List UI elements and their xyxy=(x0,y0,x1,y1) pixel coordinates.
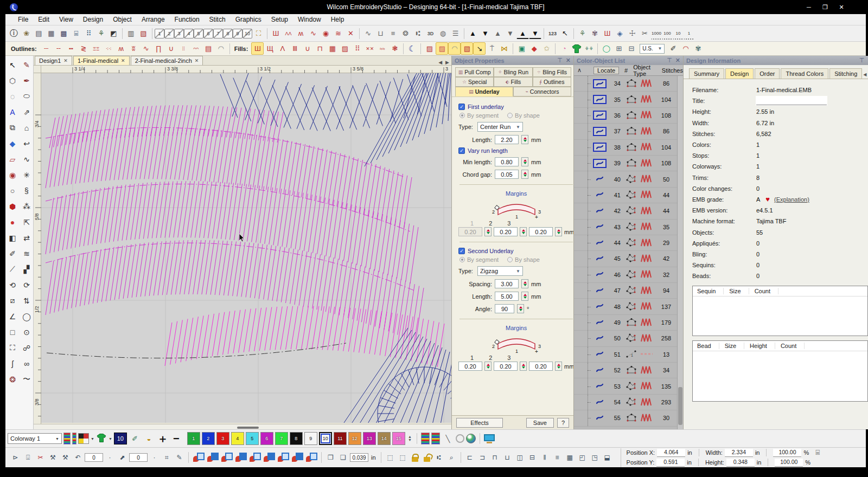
menu-window[interactable]: Window xyxy=(293,15,326,24)
close-panel-icon[interactable]: ✕ xyxy=(566,57,571,64)
chain-tool[interactable]: ∞ xyxy=(20,356,34,371)
tab-close-icon[interactable]: ✕ xyxy=(63,58,68,63)
elephant-design-icon[interactable]: ◔ xyxy=(558,42,570,55)
bring-front-icon[interactable] xyxy=(249,453,261,462)
color-swatch-13[interactable]: 13 xyxy=(363,432,376,445)
contour-fill-icon[interactable]: ∿ xyxy=(307,27,320,40)
needle-point-icon[interactable]: ☩ xyxy=(626,27,639,40)
corner2-icon[interactable]: ◳ xyxy=(589,452,601,463)
margin-3-input[interactable]: 0.20 xyxy=(529,362,553,371)
travel-bottom-icon[interactable]: ▼ xyxy=(529,28,541,39)
fill-ripple-icon[interactable]: ≈≈ xyxy=(376,42,388,55)
object-row-37[interactable]: 3786 xyxy=(574,124,677,139)
hexagon-tool[interactable]: ⬢ xyxy=(5,198,20,214)
contrast-view-icon[interactable]: ◩ xyxy=(107,27,120,40)
polygon-select-tool[interactable]: ⬡ xyxy=(5,73,20,88)
locate-icon[interactable] xyxy=(593,127,607,136)
margin-3-input[interactable]: 0.20 xyxy=(529,227,553,236)
stitch-edit-icon[interactable]: ⌗ xyxy=(161,452,173,463)
satin-patch3-icon[interactable]: ▧ xyxy=(461,42,473,55)
locate-icon[interactable] xyxy=(596,335,604,342)
vary-run-length-checkbox[interactable]: ✓ xyxy=(458,147,465,154)
distribute-icon[interactable]: ⬓ xyxy=(602,452,613,463)
by-shape-radio[interactable] xyxy=(507,257,513,262)
view-3d-icon[interactable]: 3D xyxy=(424,27,437,40)
object-row-43[interactable]: 4335 xyxy=(574,220,677,235)
add-color-button[interactable]: ＋ xyxy=(157,431,169,446)
needle-1[interactable]: 1 xyxy=(155,29,164,38)
flip-tool[interactable]: ⇅ xyxy=(20,293,34,308)
object-row-52[interactable]: 5234 xyxy=(574,363,677,378)
wheel-tool[interactable]: ❂ xyxy=(5,371,20,387)
color-mixer-icon[interactable] xyxy=(78,433,89,444)
star-outline-icon[interactable]: ✩ xyxy=(540,42,553,55)
chain-icon[interactable]: ⑆ xyxy=(433,452,445,463)
op-tab-bling-run[interactable]: ✧Bling Run xyxy=(494,67,532,77)
locate-icon[interactable] xyxy=(596,176,604,183)
object-row-44[interactable]: 4429 xyxy=(574,235,677,251)
di-tab-order[interactable]: Order xyxy=(755,68,780,79)
fill-hole-icon[interactable] xyxy=(221,453,233,462)
fusion-fill-tool[interactable]: ◆ xyxy=(5,136,20,151)
needle-drop-icon[interactable]: ⍑ xyxy=(486,42,498,55)
circle-tool[interactable]: ○ xyxy=(5,183,20,198)
lettering-tool[interactable]: A xyxy=(5,104,20,120)
spinner[interactable] xyxy=(521,170,528,179)
send-back-icon[interactable] xyxy=(263,453,275,462)
spinner[interactable] xyxy=(521,292,528,301)
menu-help[interactable]: Help xyxy=(326,15,349,24)
chains-icon[interactable]: ⑆ xyxy=(412,27,424,40)
transform-icon[interactable]: ⬈ xyxy=(117,452,128,463)
wave-fill-icon[interactable]: ≋ xyxy=(332,27,344,40)
offset-tool[interactable]: ≋ xyxy=(20,246,34,261)
remove-overlap-icon[interactable] xyxy=(235,453,247,462)
spiral-fill-icon[interactable]: ◉ xyxy=(320,27,332,40)
oval-tool[interactable]: ⬭ xyxy=(20,88,34,104)
stem-stitch-tool[interactable]: § xyxy=(20,183,34,198)
marquee-icon[interactable]: ⬚ xyxy=(385,452,396,463)
needle-9[interactable]: 9 xyxy=(233,29,242,38)
needle-8[interactable]: 8 xyxy=(223,29,233,38)
object-row-39[interactable]: 39108 xyxy=(574,156,677,171)
min-length-input[interactable]: 0.80 xyxy=(495,157,519,166)
object-row-55[interactable]: 5530 xyxy=(574,410,677,426)
fill-tatami-icon[interactable]: Λ xyxy=(276,42,289,55)
color-swatch-5[interactable]: 5 xyxy=(246,432,259,445)
rotate-input[interactable]: 0 xyxy=(85,453,103,462)
undo-rotate-icon[interactable]: ↶ xyxy=(72,452,84,463)
object-row-47[interactable]: 4794 xyxy=(574,283,677,299)
pin-icon[interactable]: ⊤ xyxy=(557,57,563,64)
merge-icon[interactable] xyxy=(305,453,317,462)
scale-y-input[interactable]: 100.00 xyxy=(775,459,803,467)
travel-top-icon[interactable]: ▲ xyxy=(516,28,529,39)
empty-ring-icon[interactable] xyxy=(456,434,464,443)
by-segment-radio[interactable] xyxy=(459,257,465,262)
wave-tool[interactable]: 〜 xyxy=(20,371,34,387)
locate-icon[interactable] xyxy=(596,383,604,390)
outline-wave-b-icon[interactable]: ʬ xyxy=(127,42,140,55)
screen-calibration-icon[interactable] xyxy=(484,434,495,441)
menu-edit[interactable]: Edit xyxy=(33,15,54,24)
pin-icon[interactable]: ⊤ xyxy=(859,57,865,64)
thread-chart2-icon[interactable] xyxy=(431,433,440,444)
color-wheel-icon[interactable]: ❂ xyxy=(399,27,412,40)
tatami-fill-icon[interactable]: ΛΛ xyxy=(282,27,295,40)
mannequin-icon[interactable]: ✾ xyxy=(589,27,601,40)
fill-loop-icon[interactable]: ∪ xyxy=(301,42,314,55)
op-tab-outlines[interactable]: ∮Outlines xyxy=(533,77,571,87)
stitch-loop-icon[interactable]: ⊔ xyxy=(374,27,387,40)
slow-redraw-icon[interactable]: ✎ xyxy=(174,452,185,463)
locate-icon[interactable] xyxy=(596,367,604,374)
locate-icon[interactable] xyxy=(596,399,604,406)
tab-close-icon[interactable]: ✕ xyxy=(195,58,199,63)
width-input[interactable]: 2.334 xyxy=(725,449,753,457)
locate-icon[interactable] xyxy=(596,415,604,422)
outline-comb-icon[interactable]: ∏ xyxy=(152,42,165,55)
product-visualizer-icon[interactable] xyxy=(96,433,107,444)
column-tool[interactable]: ⌂ xyxy=(20,120,34,136)
object-row-46[interactable]: 4632 xyxy=(574,267,677,283)
travel-100-icon[interactable]: 100 xyxy=(662,27,673,40)
no-fill-icon[interactable]: ╲ xyxy=(442,433,454,445)
position-x-input[interactable]: 4.064 xyxy=(657,449,685,457)
first-underlay-checkbox[interactable]: ✓ xyxy=(458,104,465,110)
